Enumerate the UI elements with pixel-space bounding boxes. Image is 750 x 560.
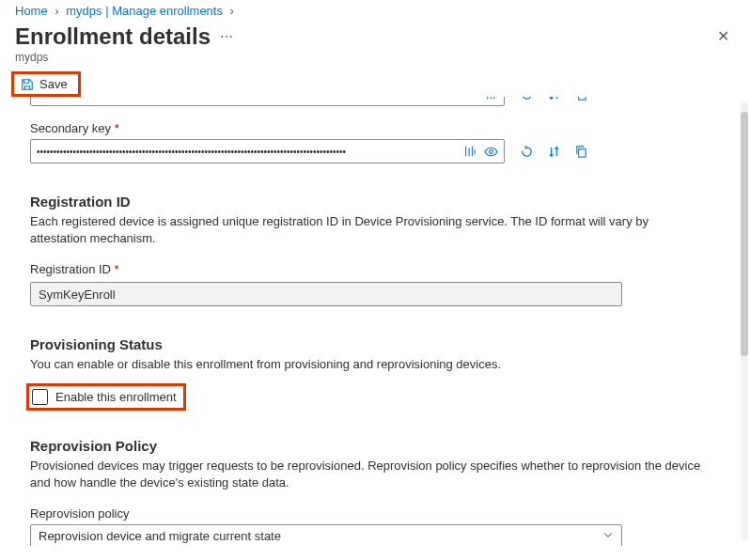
registration-section-desc: Each registered device is assigned uniqu… — [30, 213, 707, 247]
svg-point-1 — [490, 149, 493, 153]
primary-key-input[interactable] — [30, 97, 505, 106]
save-button[interactable]: Save — [13, 73, 79, 95]
save-icon — [21, 78, 34, 91]
svg-rect-2 — [579, 148, 586, 156]
generate-icon[interactable] — [485, 97, 498, 101]
provisioning-section-title: Provisioning Status — [30, 336, 709, 352]
scrollbar-thumb[interactable] — [741, 112, 748, 356]
swap-icon[interactable] — [547, 97, 561, 101]
secondary-key-input[interactable]: ••••••••••••••••••••••••••••••••••••••••… — [30, 139, 505, 163]
more-icon[interactable]: ⋯ — [220, 29, 233, 44]
enable-enrollment-label: Enable this enrollment — [55, 390, 177, 404]
close-icon[interactable]: ✕ — [711, 22, 735, 51]
scrollbar-track[interactable] — [741, 102, 748, 540]
reprovision-policy-value: Reprovision device and migrate current s… — [39, 529, 281, 543]
enable-enrollment-row[interactable]: Enable this enrollment — [30, 387, 182, 407]
svg-rect-0 — [579, 97, 586, 100]
chevron-right-icon: › — [55, 4, 58, 18]
breadcrumb-home[interactable]: Home — [15, 4, 48, 18]
secondary-key-row: ••••••••••••••••••••••••••••••••••••••••… — [30, 139, 709, 163]
generate-icon[interactable] — [463, 145, 477, 159]
required-indicator: * — [115, 121, 119, 135]
chevron-down-icon — [602, 529, 614, 543]
page-header: Enrollment details ⋯ ✕ — [0, 20, 750, 51]
required-indicator: * — [115, 262, 119, 276]
breadcrumb: Home › mydps | Manage enrollments › — [0, 0, 750, 20]
reprovision-section-title: Reprovision Policy — [30, 438, 709, 454]
breadcrumb-manage-enrollments[interactable]: mydps | Manage enrollments — [66, 4, 223, 18]
registration-section-title: Registration ID — [30, 194, 709, 210]
content-scroll-area: Secondary key * ••••••••••••••••••••••••… — [0, 97, 750, 546]
provisioning-section-desc: You can enable or disable this enrollmen… — [30, 356, 707, 373]
save-button-label: Save — [39, 77, 68, 91]
refresh-icon[interactable] — [520, 145, 534, 159]
copy-icon[interactable] — [574, 97, 588, 101]
reprovision-section-desc: Provisioned devices may trigger requests… — [30, 458, 707, 491]
reprovision-policy-select[interactable]: Reprovision device and migrate current s… — [30, 524, 622, 546]
enable-enrollment-checkbox[interactable] — [32, 389, 48, 405]
page-subtitle: mydps — [0, 51, 750, 71]
registration-id-label: Registration ID * — [30, 262, 709, 276]
secondary-key-label: Secondary key * — [30, 121, 709, 135]
toolbar: Save — [0, 71, 750, 97]
swap-icon[interactable] — [547, 145, 561, 159]
registration-id-input[interactable] — [30, 282, 622, 306]
refresh-icon[interactable] — [520, 97, 534, 101]
eye-icon[interactable] — [484, 145, 498, 159]
chevron-right-icon: › — [230, 4, 234, 18]
page-title: Enrollment details — [15, 23, 211, 50]
copy-icon[interactable] — [574, 145, 588, 159]
reprovision-policy-label: Reprovision policy — [30, 506, 709, 521]
primary-key-row — [30, 97, 709, 106]
